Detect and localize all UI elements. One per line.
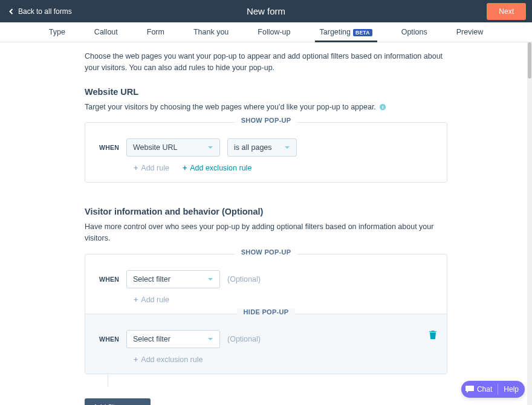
hide-popup-section: HIDE POP-UP WHEN Select filter (Optional… <box>85 314 447 374</box>
add-rule-link[interactable]: +Add rule <box>134 296 169 304</box>
svg-text:i: i <box>382 105 383 110</box>
add-exclusion-link[interactable]: +Add exclusion rule <box>134 355 203 364</box>
caret-down-icon <box>207 336 213 342</box>
chat-icon <box>465 384 475 394</box>
tab-callout[interactable]: Callout <box>94 22 118 42</box>
url-field-select[interactable]: Website URL <box>126 138 220 157</box>
tabs-bar: Type Callout Form Thank you Follow-up Ta… <box>0 22 532 42</box>
plus-icon: + <box>134 164 138 172</box>
content-scroll[interactable]: Choose the web pages you want your pop-u… <box>0 42 532 405</box>
beta-badge: BETA <box>353 29 372 36</box>
help-widget[interactable]: Chat Help <box>461 381 525 398</box>
add-exclusion-link[interactable]: +Add exclusion rule <box>183 164 251 172</box>
chevron-left-icon <box>8 8 15 15</box>
url-section-title: Website URL <box>85 87 447 97</box>
tab-form[interactable]: Form <box>147 22 164 42</box>
tab-follow-up[interactable]: Follow-up <box>258 22 290 42</box>
caret-down-icon <box>207 144 213 151</box>
tab-options[interactable]: Options <box>401 22 427 42</box>
back-label: Back to all forms <box>18 7 72 16</box>
optional-label: (Optional) <box>227 335 261 343</box>
content: Choose the web pages you want your pop-u… <box>85 51 447 405</box>
plus-icon: + <box>134 355 138 364</box>
when-label: WHEN <box>97 335 119 343</box>
delete-icon[interactable] <box>429 330 437 339</box>
scrollbar-thumb[interactable] <box>528 42 531 79</box>
scrollbar-track[interactable] <box>527 42 532 405</box>
plus-icon: + <box>134 296 138 304</box>
next-button[interactable]: Next <box>487 3 526 20</box>
add-rule-link[interactable]: +Add rule <box>134 164 169 172</box>
tab-targeting[interactable]: TargetingBETA <box>320 22 372 42</box>
intro-text: Choose the web pages you want your pop-u… <box>85 51 447 74</box>
chat-label: Chat <box>477 385 492 394</box>
url-rule-box: SHOW POP-UP WHEN Website URL is all page… <box>85 122 447 183</box>
plus-icon: + <box>183 164 187 172</box>
top-bar: Back to all forms New form Next <box>0 0 532 22</box>
tab-type[interactable]: Type <box>49 22 65 42</box>
visitor-rule-box: SHOW POP-UP WHEN Select filter (Optional… <box>85 254 447 374</box>
add-filter-group-button[interactable]: Add filter group <box>85 398 151 405</box>
visitor-section-title: Visitor information and behavior (Option… <box>85 207 447 216</box>
url-section-desc: Target your visitors by choosing the web… <box>85 102 447 113</box>
url-operator-select[interactable]: is all pages <box>227 138 297 157</box>
tab-thank-you[interactable]: Thank you <box>193 22 229 42</box>
info-icon[interactable]: i <box>379 103 386 110</box>
back-link[interactable]: Back to all forms <box>0 7 80 16</box>
tab-preview[interactable]: Preview <box>456 22 483 42</box>
caret-down-icon <box>284 144 290 151</box>
hide-filter-select[interactable]: Select filter <box>126 330 220 348</box>
when-label: WHEN <box>97 144 119 151</box>
help-label: Help <box>504 385 519 394</box>
group-connector <box>108 374 108 387</box>
optional-label: (Optional) <box>227 275 261 284</box>
show-popup-legend: SHOW POP-UP <box>235 117 297 124</box>
caret-down-icon <box>207 276 213 282</box>
when-label: WHEN <box>97 276 119 283</box>
visitor-filter-select[interactable]: Select filter <box>126 270 220 288</box>
visitor-section-desc: Have more control over who sees your pop… <box>85 221 447 244</box>
page-title: New form <box>247 6 285 16</box>
tab-targeting-label: Targeting <box>320 28 351 36</box>
show-popup-legend: SHOW POP-UP <box>235 248 297 256</box>
